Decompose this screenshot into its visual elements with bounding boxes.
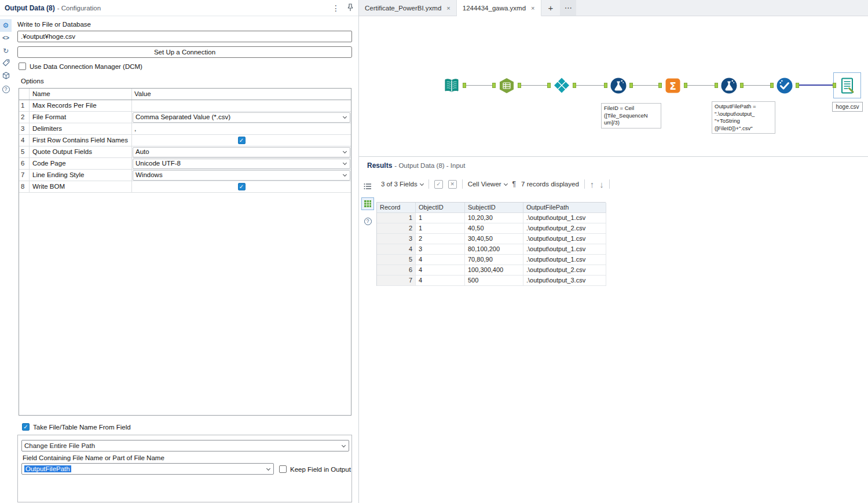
- column-header[interactable]: ObjectID: [416, 203, 465, 213]
- tab-refresh[interactable]: ↻: [0, 45, 12, 57]
- toolbar-separator: [609, 179, 610, 189]
- data-view-button[interactable]: [361, 197, 374, 210]
- check-tool[interactable]: [775, 76, 794, 95]
- whitespace-toggle-icon[interactable]: ¶: [512, 180, 516, 188]
- record-number-cell: 7: [377, 276, 416, 286]
- take-filename-row[interactable]: ✓ Take File/Table Name From Field: [22, 423, 131, 431]
- workflow-canvas[interactable]: Σ: [359, 16, 868, 156]
- output-anchor[interactable]: [629, 83, 633, 88]
- option-checkbox[interactable]: ✓: [238, 137, 246, 144]
- column-header[interactable]: SubjectID: [465, 203, 523, 213]
- tab-help[interactable]: ?: [0, 83, 12, 96]
- output-data-tool[interactable]: [838, 76, 856, 95]
- option-dropdown[interactable]: Windows: [133, 170, 350, 181]
- configuration-panel: Output Data (8) - Configuration ⋮ ⚙ <> ↻…: [0, 0, 359, 503]
- connection-wire[interactable]: [576, 85, 604, 86]
- table-row[interactable]: 5470,80,90.\output\output_1.csv: [377, 255, 606, 265]
- input-anchor[interactable]: [658, 83, 662, 88]
- change-path-dropdown[interactable]: Change Entire File Path: [21, 440, 349, 451]
- input-anchor[interactable]: [604, 83, 607, 88]
- tile-tool[interactable]: [552, 76, 571, 95]
- row-number: 8: [19, 181, 30, 192]
- keep-field-row[interactable]: Keep Field in Output: [279, 465, 351, 473]
- results-help-button[interactable]: ?: [361, 215, 374, 227]
- input-anchor[interactable]: [770, 83, 774, 88]
- input-data-tool[interactable]: [442, 76, 461, 95]
- formula-tool[interactable]: [720, 76, 738, 95]
- input-anchor[interactable]: [492, 83, 496, 88]
- dcm-checkbox[interactable]: [19, 63, 26, 70]
- tab-annotation[interactable]: [0, 57, 12, 70]
- table-row[interactable]: 1110,20,30.\output\output_1.csv: [377, 213, 606, 223]
- input-anchor[interactable]: [833, 83, 836, 88]
- setup-connection-button[interactable]: Set Up a Connection: [17, 46, 352, 58]
- download-arrow-icon[interactable]: ↓: [599, 180, 604, 189]
- row-number: 2: [19, 112, 30, 123]
- output-anchor[interactable]: [796, 83, 799, 88]
- apply-edits-icon[interactable]: ✓: [434, 180, 443, 189]
- formula-annotation[interactable]: FileID = Ceil ([Tile_SequenceN um]/3): [601, 103, 661, 128]
- table-row[interactable]: 64100,300,400.\output\output_2.csv: [377, 265, 606, 276]
- output-anchor[interactable]: [573, 83, 576, 88]
- option-checkbox[interactable]: ✓: [238, 183, 246, 190]
- close-icon[interactable]: ×: [531, 5, 534, 12]
- new-tab-button[interactable]: +: [541, 0, 561, 16]
- option-name: Delimiters: [30, 123, 132, 134]
- record-number-cell: 6: [377, 265, 416, 276]
- input-db-tool[interactable]: [497, 76, 516, 95]
- field-name-dropdown[interactable]: OutputFilePath: [21, 463, 274, 475]
- more-tabs-button[interactable]: ⋯: [560, 0, 576, 16]
- tab-package[interactable]: [0, 70, 12, 83]
- close-icon[interactable]: ×: [446, 5, 450, 12]
- tab-certificate-powerbi[interactable]: Certificate_PowerBI.yxmd ×: [359, 0, 457, 16]
- formula-annotation[interactable]: OutputFilePath = ".\output\output_ "+ToS…: [712, 101, 775, 134]
- cancel-edits-icon[interactable]: ✕: [448, 180, 457, 189]
- summarize-tool[interactable]: Σ: [664, 76, 682, 95]
- connection-wire-selected[interactable]: [799, 85, 833, 86]
- table-row[interactable]: 3230,40,50.\output\output_1.csv: [377, 234, 606, 244]
- option-dropdown[interactable]: Unicode UTF-8: [133, 159, 350, 169]
- record-number-cell: 4: [377, 244, 416, 255]
- input-anchor[interactable]: [547, 83, 551, 88]
- take-filename-checkbox[interactable]: ✓: [22, 423, 30, 431]
- connection-wire[interactable]: [633, 85, 658, 86]
- tab-1244434-gawa[interactable]: 1244434_gawa.yxmd ×: [457, 0, 541, 16]
- tab-code[interactable]: <>: [0, 32, 12, 45]
- option-value[interactable]: ,: [132, 123, 351, 134]
- option-dropdown[interactable]: Auto: [133, 147, 350, 157]
- output-tool-label[interactable]: hoge.csv: [832, 102, 863, 112]
- formula-tool[interactable]: [609, 76, 628, 95]
- column-header[interactable]: OutputFilePath: [523, 203, 606, 213]
- option-dropdown[interactable]: Comma Separated Value (*.csv): [133, 112, 350, 123]
- upload-arrow-icon[interactable]: ↑: [590, 180, 595, 189]
- pin-icon[interactable]: [347, 3, 354, 13]
- chevron-down-icon: [343, 172, 347, 177]
- file-path-input[interactable]: [17, 31, 352, 42]
- input-anchor[interactable]: [715, 83, 718, 88]
- tab-configuration[interactable]: ⚙: [0, 19, 12, 32]
- output-anchor[interactable]: [684, 83, 687, 88]
- options-row: 4First Row Contains Field Names✓: [19, 135, 351, 146]
- kebab-menu-icon[interactable]: ⋮: [332, 3, 340, 13]
- connection-wire[interactable]: [687, 85, 715, 86]
- column-header[interactable]: Record: [377, 203, 416, 213]
- output-anchor[interactable]: [740, 83, 744, 88]
- output-anchor[interactable]: [518, 83, 521, 88]
- cell-viewer-dropdown[interactable]: Cell Viewer: [468, 181, 507, 188]
- connection-wire[interactable]: [466, 85, 492, 86]
- output-anchor[interactable]: [463, 83, 466, 88]
- keep-field-checkbox[interactable]: [279, 465, 287, 473]
- connection-wire[interactable]: [521, 85, 547, 86]
- table-row[interactable]: 74500.\output\output_3.csv: [377, 276, 606, 286]
- option-value: Unicode UTF-8: [132, 158, 351, 169]
- option-value[interactable]: [132, 100, 351, 111]
- table-row[interactable]: 4380,100,200.\output\output_1.csv: [377, 244, 606, 255]
- options-row: 2File FormatComma Separated Value (*.csv…: [19, 112, 351, 123]
- connection-wire[interactable]: [744, 85, 770, 86]
- metadata-view-button[interactable]: [361, 180, 374, 193]
- table-row[interactable]: 2140,50.\output\output_2.csv: [377, 223, 606, 234]
- svg-text:Σ: Σ: [669, 80, 676, 92]
- chevron-down-icon: [504, 181, 508, 185]
- dcm-checkbox-row[interactable]: Use Data Connection Manager (DCM): [19, 63, 142, 70]
- fields-dropdown[interactable]: 3 of 3 Fields: [381, 181, 423, 188]
